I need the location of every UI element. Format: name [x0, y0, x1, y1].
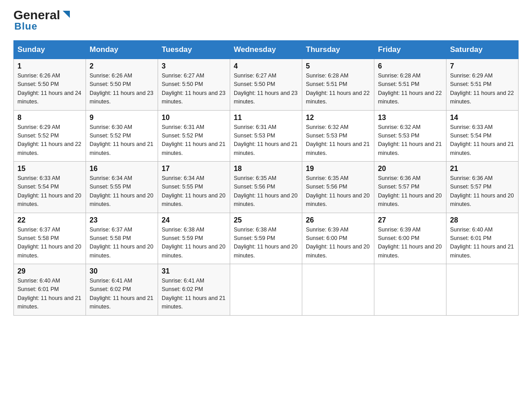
day-number: 24 [162, 216, 226, 224]
day-info: Sunrise: 6:26 AMSunset: 5:50 PMDaylight:… [90, 73, 153, 105]
day-number: 23 [90, 216, 154, 224]
calendar-cell: 3 Sunrise: 6:27 AMSunset: 5:50 PMDayligh… [158, 59, 230, 111]
calendar-table: SundayMondayTuesdayWednesdayThursdayFrid… [13, 40, 519, 316]
day-number: 6 [378, 62, 442, 70]
calendar-cell: 4 Sunrise: 6:27 AMSunset: 5:50 PMDayligh… [230, 59, 302, 111]
day-number: 16 [90, 165, 154, 173]
day-info: Sunrise: 6:34 AMSunset: 5:55 PMDaylight:… [162, 175, 225, 207]
day-number: 3 [162, 62, 226, 70]
day-info: Sunrise: 6:33 AMSunset: 5:54 PMDaylight:… [17, 175, 81, 207]
day-number: 5 [306, 62, 370, 70]
day-number: 18 [234, 165, 298, 173]
calendar-cell [446, 264, 519, 316]
day-info: Sunrise: 6:40 AMSunset: 6:01 PMDaylight:… [17, 278, 81, 310]
weekday-header-row: SundayMondayTuesdayWednesdayThursdayFrid… [14, 41, 519, 59]
weekday-header-sunday: Sunday [14, 41, 86, 59]
calendar-cell: 19 Sunrise: 6:35 AMSunset: 5:56 PMDaylig… [302, 162, 374, 213]
day-number: 22 [17, 216, 82, 224]
calendar-week-3: 15 Sunrise: 6:33 AMSunset: 5:54 PMDaylig… [14, 162, 519, 213]
day-info: Sunrise: 6:29 AMSunset: 5:52 PMDaylight:… [17, 124, 81, 156]
day-info: Sunrise: 6:37 AMSunset: 5:58 PMDaylight:… [90, 227, 153, 259]
calendar-cell: 6 Sunrise: 6:28 AMSunset: 5:51 PMDayligh… [374, 59, 446, 111]
day-number: 20 [378, 165, 442, 173]
calendar-week-4: 22 Sunrise: 6:37 AMSunset: 5:58 PMDaylig… [14, 213, 519, 264]
day-info: Sunrise: 6:41 AMSunset: 6:02 PMDaylight:… [162, 278, 225, 310]
day-number: 21 [450, 165, 515, 173]
day-info: Sunrise: 6:30 AMSunset: 5:52 PMDaylight:… [90, 124, 153, 156]
calendar-cell [374, 264, 446, 316]
day-info: Sunrise: 6:38 AMSunset: 5:59 PMDaylight:… [234, 227, 297, 259]
calendar-cell: 20 Sunrise: 6:36 AMSunset: 5:57 PMDaylig… [374, 162, 446, 213]
calendar-cell: 29 Sunrise: 6:40 AMSunset: 6:01 PMDaylig… [14, 264, 86, 316]
day-info: Sunrise: 6:34 AMSunset: 5:55 PMDaylight:… [90, 175, 153, 207]
calendar-cell: 2 Sunrise: 6:26 AMSunset: 5:50 PMDayligh… [86, 59, 158, 111]
calendar-cell: 27 Sunrise: 6:39 AMSunset: 6:00 PMDaylig… [374, 213, 446, 264]
day-info: Sunrise: 6:31 AMSunset: 5:53 PMDaylight:… [234, 124, 297, 156]
day-info: Sunrise: 6:35 AMSunset: 5:56 PMDaylight:… [306, 175, 369, 207]
day-info: Sunrise: 6:28 AMSunset: 5:51 PMDaylight:… [306, 73, 369, 105]
day-number: 26 [306, 216, 370, 224]
day-number: 7 [450, 62, 515, 70]
day-info: Sunrise: 6:27 AMSunset: 5:50 PMDaylight:… [234, 73, 297, 105]
calendar-cell: 17 Sunrise: 6:34 AMSunset: 5:55 PMDaylig… [158, 162, 230, 213]
page-header: General Blue [13, 9, 519, 32]
logo-text-general: General [13, 9, 60, 21]
day-number: 17 [162, 165, 226, 173]
day-info: Sunrise: 6:26 AMSunset: 5:50 PMDaylight:… [17, 73, 81, 105]
calendar-cell: 28 Sunrise: 6:40 AMSunset: 6:01 PMDaylig… [446, 213, 519, 264]
day-number: 13 [378, 114, 442, 122]
calendar-week-2: 8 Sunrise: 6:29 AMSunset: 5:52 PMDayligh… [14, 110, 519, 162]
weekday-header-tuesday: Tuesday [158, 41, 230, 59]
calendar-cell [302, 264, 374, 316]
day-number: 27 [378, 216, 442, 224]
day-number: 14 [450, 114, 515, 122]
day-number: 11 [234, 114, 298, 122]
calendar-cell: 16 Sunrise: 6:34 AMSunset: 5:55 PMDaylig… [86, 162, 158, 213]
day-info: Sunrise: 6:32 AMSunset: 5:53 PMDaylight:… [378, 124, 442, 156]
day-info: Sunrise: 6:28 AMSunset: 5:51 PMDaylight:… [378, 73, 442, 105]
calendar-cell: 26 Sunrise: 6:39 AMSunset: 6:00 PMDaylig… [302, 213, 374, 264]
day-number: 9 [90, 114, 154, 122]
calendar-cell: 12 Sunrise: 6:32 AMSunset: 5:53 PMDaylig… [302, 110, 374, 162]
calendar-cell: 10 Sunrise: 6:31 AMSunset: 5:52 PMDaylig… [158, 110, 230, 162]
weekday-header-saturday: Saturday [446, 41, 519, 59]
day-info: Sunrise: 6:36 AMSunset: 5:57 PMDaylight:… [378, 175, 442, 207]
weekday-header-monday: Monday [86, 41, 158, 59]
day-number: 4 [234, 62, 298, 70]
calendar-week-5: 29 Sunrise: 6:40 AMSunset: 6:01 PMDaylig… [14, 264, 519, 316]
calendar-cell: 25 Sunrise: 6:38 AMSunset: 5:59 PMDaylig… [230, 213, 302, 264]
calendar-cell: 22 Sunrise: 6:37 AMSunset: 5:58 PMDaylig… [14, 213, 86, 264]
calendar-cell: 18 Sunrise: 6:35 AMSunset: 5:56 PMDaylig… [230, 162, 302, 213]
day-info: Sunrise: 6:29 AMSunset: 5:51 PMDaylight:… [450, 73, 514, 105]
day-info: Sunrise: 6:39 AMSunset: 6:00 PMDaylight:… [306, 227, 369, 259]
calendar-cell: 15 Sunrise: 6:33 AMSunset: 5:54 PMDaylig… [14, 162, 86, 213]
day-number: 10 [162, 114, 226, 122]
weekday-header-friday: Friday [374, 41, 446, 59]
calendar-cell: 7 Sunrise: 6:29 AMSunset: 5:51 PMDayligh… [446, 59, 519, 111]
day-number: 29 [17, 267, 82, 275]
logo: General Blue [13, 9, 71, 32]
day-number: 1 [17, 62, 82, 70]
weekday-header-thursday: Thursday [302, 41, 374, 59]
calendar-cell: 31 Sunrise: 6:41 AMSunset: 6:02 PMDaylig… [158, 264, 230, 316]
day-number: 28 [450, 216, 515, 224]
logo-arrow-icon [61, 10, 71, 20]
day-number: 25 [234, 216, 298, 224]
calendar-cell [230, 264, 302, 316]
svg-marker-0 [63, 11, 70, 18]
day-info: Sunrise: 6:33 AMSunset: 5:54 PMDaylight:… [450, 124, 514, 156]
day-info: Sunrise: 6:39 AMSunset: 6:00 PMDaylight:… [378, 227, 442, 259]
calendar-cell: 13 Sunrise: 6:32 AMSunset: 5:53 PMDaylig… [374, 110, 446, 162]
day-info: Sunrise: 6:38 AMSunset: 5:59 PMDaylight:… [162, 227, 225, 259]
day-info: Sunrise: 6:35 AMSunset: 5:56 PMDaylight:… [234, 175, 297, 207]
day-info: Sunrise: 6:36 AMSunset: 5:57 PMDaylight:… [450, 175, 514, 207]
day-info: Sunrise: 6:40 AMSunset: 6:01 PMDaylight:… [450, 227, 514, 259]
calendar-cell: 30 Sunrise: 6:41 AMSunset: 6:02 PMDaylig… [86, 264, 158, 316]
calendar-cell: 9 Sunrise: 6:30 AMSunset: 5:52 PMDayligh… [86, 110, 158, 162]
day-info: Sunrise: 6:31 AMSunset: 5:52 PMDaylight:… [162, 124, 225, 156]
calendar-week-1: 1 Sunrise: 6:26 AMSunset: 5:50 PMDayligh… [14, 59, 519, 111]
weekday-header-wednesday: Wednesday [230, 41, 302, 59]
day-number: 30 [90, 267, 154, 275]
day-number: 15 [17, 165, 82, 173]
calendar-cell: 5 Sunrise: 6:28 AMSunset: 5:51 PMDayligh… [302, 59, 374, 111]
